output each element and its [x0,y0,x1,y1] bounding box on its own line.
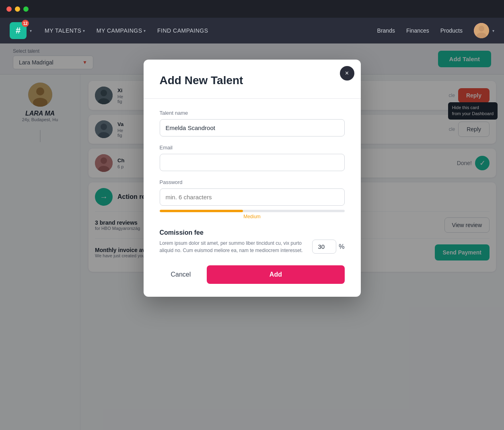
nav-finances[interactable]: Finances [406,27,429,34]
cancel-button[interactable]: Cancel [160,265,202,284]
email-group: Email [160,145,345,171]
add-button[interactable]: Add [207,265,344,284]
nav-right: Brands Finances Products ▾ [377,23,494,38]
svg-point-1 [479,26,484,31]
password-strength-bar [160,210,345,212]
commission-section: Comission fee Lorem ipsum dolor sit amet… [160,229,345,254]
avatar [474,23,489,38]
avatar-arrow: ▾ [492,29,494,33]
window-chrome [0,0,504,18]
email-input[interactable] [160,154,345,171]
logo-symbol: # [16,25,21,36]
email-label: Email [160,145,345,151]
modal-divider [144,98,361,99]
talent-name-label: Talent name [160,110,345,116]
navbar: # 12 ▾ MY TALENTS ▾ MY CAMPAINGS ▾ FIND … [0,18,504,43]
minimize-dot[interactable] [15,6,20,12]
main-nav: MY TALENTS ▾ MY CAMPAINGS ▾ FIND CAMPAIN… [45,27,208,34]
commission-desc: Lorem ipsum dolor sit amet, per summo li… [160,240,306,254]
password-strength-label: Medium [160,214,345,219]
nav-brands[interactable]: Brands [377,27,395,34]
modal-close-button[interactable]: × [340,66,354,81]
nav-my-campaings[interactable]: MY CAMPAINGS ▾ [97,27,146,34]
modal-overlay[interactable]: × Add New Talent Talent name Email Passw… [0,43,504,430]
add-talent-modal: × Add New Talent Talent name Email Passw… [144,60,361,297]
password-group: Password Medium [160,179,345,219]
password-input[interactable] [160,188,345,206]
content-area: Select talent Lara Madrigal ▼ Add Talent… [0,43,504,430]
modal-actions: Cancel Add [160,265,345,284]
logo-arrow[interactable]: ▾ [30,29,32,33]
logo[interactable]: # 12 [10,22,27,39]
nav-find-campaings[interactable]: FIND CAMPAINGS [157,27,208,34]
nav-products[interactable]: Products [440,27,463,34]
user-avatar-wrapper[interactable]: ▾ [474,23,494,38]
nav-my-talents[interactable]: MY TALENTS ▾ [45,27,85,34]
commission-title: Comission fee [160,229,345,236]
password-label: Password [160,179,345,185]
commission-input-wrapper: % [312,240,344,254]
maximize-dot[interactable] [23,6,29,12]
close-icon: × [345,70,349,77]
modal-title: Add New Talent [160,74,345,87]
chevron-down-icon: ▾ [144,29,146,33]
talent-name-input[interactable] [160,119,345,136]
commission-input[interactable] [312,240,336,254]
notification-badge: 12 [22,20,29,27]
chevron-down-icon: ▾ [83,29,85,33]
logo-wrapper: # 12 ▾ [10,22,32,39]
password-strength-fill [160,210,243,212]
close-dot[interactable] [6,6,12,12]
talent-name-group: Talent name [160,110,345,136]
commission-body: Lorem ipsum dolor sit amet, per summo li… [160,240,345,254]
commission-percent-symbol: % [339,243,344,250]
